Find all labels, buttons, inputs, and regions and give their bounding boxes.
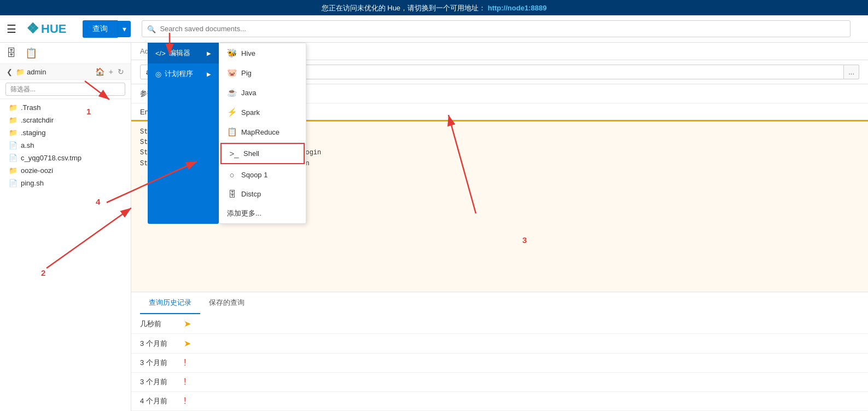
file-item[interactable]: 📄c_yqg0718.csv.tmp <box>0 152 131 164</box>
success-status-icon: ➤ <box>184 319 191 329</box>
header: ☰ ❖ HUE 查询 ▾ 🔍 <box>0 15 868 43</box>
file-icon: 📄 <box>9 154 18 162</box>
history-item[interactable]: 3 个月前➤ <box>131 334 868 354</box>
dropdown-item-label: 计划程序 <box>165 69 193 79</box>
history-item[interactable]: 3 个月前! <box>131 373 868 392</box>
dropdown-sub-item-mapreduce[interactable]: 📋MapReduce <box>219 122 306 142</box>
error-status-icon: ! <box>184 377 186 387</box>
query-btn-group: 查询 ▾ <box>83 20 131 38</box>
dropdown-sub-item-pig[interactable]: 🐷Pig <box>219 63 306 83</box>
search-icon: 🔍 <box>147 25 156 33</box>
sub-item-label: Shell <box>243 149 259 158</box>
chevron-left-icon[interactable]: ❮ <box>7 68 13 76</box>
notification-bar: 您正在访问未优化的 Hue，请切换到一个可用地址： http://node1:8… <box>0 0 868 15</box>
dropdown-main: </>编辑器▶◎计划程序▶ <box>148 43 219 224</box>
logo-text: HUE <box>41 22 66 36</box>
notif-text: 您正在访问未优化的 Hue，请切换到一个可用地址： <box>322 4 486 12</box>
sub-item-icon: 🐷 <box>227 68 237 78</box>
sub-item-icon: ☕ <box>227 88 237 97</box>
sub-item-icon: 🐝 <box>227 48 237 58</box>
history-time: 3 个月前 <box>140 377 184 387</box>
bottom-tab[interactable]: 保存的查询 <box>200 292 253 314</box>
sub-item-label: Hive <box>241 49 255 57</box>
sidebar: 🗄 📋 ❮ 📁 admin 🏠 + ↻ 📁.Trash📁.scratchdir📁… <box>0 43 131 411</box>
sub-item-icon: ⚡ <box>227 107 237 117</box>
file-item-label: oozie-oozi <box>21 166 53 175</box>
folder-icon: 📁 <box>9 116 18 124</box>
dropdown-main-item[interactable]: ◎计划程序▶ <box>148 63 219 84</box>
file-item[interactable]: 📁.staging <box>0 126 131 139</box>
sub-item-label: Spark <box>241 108 260 117</box>
file-path-browse-button[interactable]: ... <box>844 65 859 79</box>
file-item[interactable]: 📁.scratchdir <box>0 114 131 126</box>
folder-icon: 📁 <box>9 166 18 175</box>
history-time: 4 个月前 <box>140 396 184 406</box>
file-item-label: .scratchdir <box>21 116 54 124</box>
notif-link[interactable]: http://node1:8889 <box>488 4 547 12</box>
dropdown-sub-item-sqoop-1[interactable]: ○Sqoop 1 <box>219 165 306 184</box>
success-status-icon: ➤ <box>184 338 191 349</box>
file-item[interactable]: 📄ping.sh <box>0 177 131 189</box>
sub-item-label: Pig <box>241 69 252 77</box>
file-item-label: .Trash <box>21 103 40 112</box>
header-left: ☰ ❖ HUE 查询 ▾ <box>7 20 131 38</box>
dropdown-sub-item-spark[interactable]: ⚡Spark <box>219 102 306 122</box>
logo-h: ❖ <box>26 20 39 37</box>
home-icon[interactable]: 🏠 <box>95 67 104 76</box>
history-item[interactable]: 3 个月前! <box>131 354 868 373</box>
add-more-button[interactable]: 添加更多... <box>219 204 306 223</box>
file-item-label: c_yqg0718.csv.tmp <box>21 154 81 162</box>
folder-title: admin <box>27 68 46 76</box>
file-item-label: a.sh <box>21 141 34 149</box>
folder-icon: 📁 <box>9 129 18 137</box>
history-item[interactable]: 几秒前➤ <box>131 314 868 334</box>
copy-icon[interactable]: 📋 <box>25 47 37 59</box>
sub-item-icon: ○ <box>227 170 237 180</box>
dropdown-sub-item-distcp[interactable]: 🗄Distcp <box>219 184 306 204</box>
sub-item-icon: >_ <box>229 149 239 158</box>
bottom-tabs-bar: 查询历史记录保存的查询 <box>131 292 868 314</box>
dropdown-item-label: 编辑器 <box>169 48 190 58</box>
file-item-label: ping.sh <box>21 179 44 187</box>
sub-item-label: Sqoop 1 <box>241 171 267 179</box>
history-time: 3 个月前 <box>140 339 184 349</box>
file-tree-actions: 🏠 + ↻ <box>95 67 124 76</box>
hamburger-icon[interactable]: ☰ <box>7 22 16 36</box>
history-time: 几秒前 <box>140 319 184 329</box>
refresh-icon[interactable]: ↻ <box>118 67 124 76</box>
error-status-icon: ! <box>184 358 186 368</box>
sub-item-label: Distcp <box>241 190 261 198</box>
database-icon[interactable]: 🗄 <box>7 48 16 59</box>
query-dropdown-button[interactable]: ▾ <box>118 21 131 37</box>
dropdown-item-arrow: ▶ <box>207 50 211 56</box>
search-input[interactable] <box>142 20 850 37</box>
dropdown-sub-item-shell[interactable]: >_Shell <box>220 143 305 164</box>
sidebar-icons: 🗄 📋 <box>0 43 131 64</box>
file-item[interactable]: 📁oozie-oozi <box>0 164 131 177</box>
bottom-tab[interactable]: 查询历史记录 <box>140 292 200 314</box>
dropdown-item-icon: </> <box>155 49 166 57</box>
file-icon: 📄 <box>9 141 18 149</box>
file-tree-header: ❮ 📁 admin 🏠 + ↻ <box>0 64 131 80</box>
dropdown-main-item[interactable]: </>编辑器▶ <box>148 43 219 63</box>
folder-icon: 📁 <box>16 68 25 76</box>
dropdown-item-icon: ◎ <box>155 70 161 78</box>
file-item[interactable]: 📄a.sh <box>0 139 131 152</box>
logo: ❖ HUE <box>26 20 66 37</box>
sub-item-label: Java <box>241 89 256 97</box>
query-button[interactable]: 查询 <box>83 20 118 38</box>
history-time: 3 个月前 <box>140 358 184 368</box>
dropdown-item-arrow: ▶ <box>207 71 211 77</box>
add-file-icon[interactable]: + <box>109 67 113 76</box>
dropdown-overlay: </>编辑器▶◎计划程序▶ 🐝Hive🐷Pig☕Java⚡Spark📋MapRe… <box>148 43 306 224</box>
file-item[interactable]: 📁.Trash <box>0 101 131 114</box>
dropdown-sub-item-java[interactable]: ☕Java <box>219 83 306 102</box>
sub-item-icon: 🗄 <box>227 189 237 199</box>
error-status-icon: ! <box>184 396 186 406</box>
history-list: 几秒前➤3 个月前➤3 个月前!3 个月前!4 个月前! <box>131 314 868 411</box>
dropdown-sub-item-hive[interactable]: 🐝Hive <box>219 43 306 63</box>
filter-input[interactable] <box>5 83 125 96</box>
file-icon: 📄 <box>9 179 18 187</box>
history-item[interactable]: 4 个月前! <box>131 392 868 411</box>
file-item-label: .staging <box>21 129 46 137</box>
